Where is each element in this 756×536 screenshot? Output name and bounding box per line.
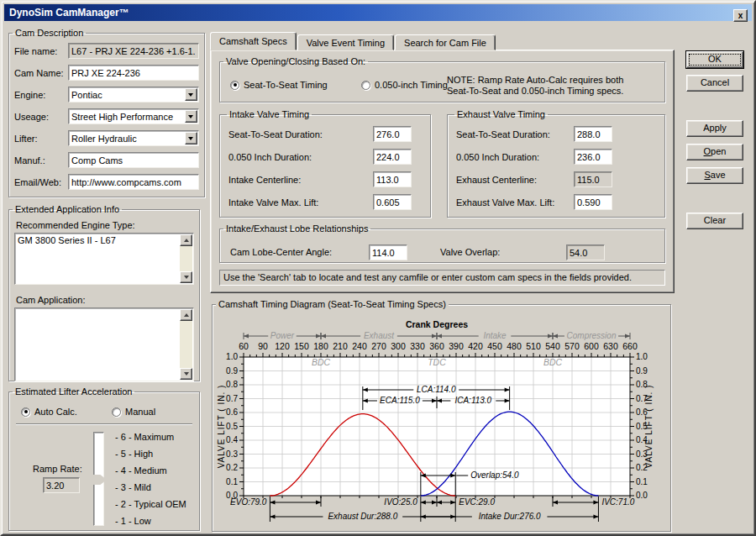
tab-valve-event-timing[interactable]: Valve Event Timing	[297, 34, 394, 50]
extended-info-title: Extended Application Info	[13, 204, 122, 214]
svg-text:0.8: 0.8	[226, 380, 238, 389]
ok-button[interactable]: OK	[686, 51, 743, 68]
scroll-down-icon[interactable]	[180, 271, 192, 283]
svg-text:0.0: 0.0	[636, 491, 648, 500]
exhaust-timing-title: Exhaust Valve Timing	[454, 109, 548, 119]
exhaust-s2s-duration-field[interactable]: 288.0	[574, 126, 612, 142]
cancel-button[interactable]: Cancel	[686, 75, 743, 92]
cam-application-label: Cam Application:	[16, 295, 86, 305]
camshaft-timing-chart: 6090120150180210240270300330360390420450…	[213, 315, 668, 530]
exhaust-max-lift-field[interactable]: 0.590	[574, 194, 612, 210]
scroll-down-icon[interactable]	[180, 368, 192, 380]
tab-search-for-cam-file[interactable]: Search for Cam File	[395, 34, 496, 50]
dynosim-cammanager-dialog: DynoSim CamManager™ x Cam Description Fi…	[0, 0, 756, 536]
timing-diagram-title: Camshaft Timing Diagram (Seat-To-Seat Ti…	[216, 299, 449, 309]
tab-camshaft-specs[interactable]: Camshaft Specs	[210, 32, 297, 50]
exhaust-timing-group: Exhaust Valve Timing Seat-To-Seat Durati…	[447, 109, 665, 218]
svg-text:420: 420	[468, 341, 483, 351]
engine-select[interactable]: Pontiac	[68, 87, 199, 102]
radio-selected-icon[interactable]	[230, 81, 239, 90]
lifter-select[interactable]: Roller Hydraulic	[68, 130, 199, 146]
lifter-dropdown-arrow-icon[interactable]	[185, 132, 197, 145]
ramp-rate-slider-thumb[interactable]	[91, 475, 107, 485]
email-web-label: Email/Web:	[14, 177, 68, 187]
valve-basis-group: Valve Opening/Closing Based On: Seat-To-…	[219, 56, 665, 102]
useage-dropdown-arrow-icon[interactable]	[185, 110, 197, 123]
svg-text:Exhaust: Exhaust	[364, 331, 395, 340]
lifter-label: Lifter:	[14, 134, 68, 144]
svg-text:0.7: 0.7	[226, 394, 238, 403]
ramp-rate-note: NOTE: Ramp Rate Auto-Calc requires both …	[447, 75, 623, 97]
svg-text:270: 270	[371, 341, 386, 351]
svg-text:Overlap:54.0: Overlap:54.0	[470, 470, 519, 480]
ramp-rate-value: 3.20	[43, 477, 80, 493]
cam-name-field[interactable]: PRJ XE 224-236	[68, 65, 199, 81]
svg-text:BDC: BDC	[312, 357, 331, 367]
engine-label: Engine:	[14, 90, 68, 100]
intake-050-duration-field[interactable]: 224.0	[373, 149, 412, 165]
svg-text:120: 120	[275, 341, 290, 351]
engine-dropdown-arrow-icon[interactable]	[185, 88, 197, 101]
auto-calc-radio[interactable]: Auto Calc.	[21, 407, 77, 417]
scrollbar[interactable]	[180, 234, 192, 283]
exhaust-centerline-field: 115.0	[574, 171, 612, 187]
svg-text:360: 360	[429, 341, 444, 351]
svg-text:VALVE LIFT ( IN. ): VALVE LIFT ( IN. )	[217, 385, 226, 469]
svg-text:0.1: 0.1	[226, 477, 238, 486]
useage-select[interactable]: Street High Performance	[68, 108, 199, 124]
tab-bar: Camshaft Specs Valve Event Timing Search…	[210, 34, 496, 50]
seat-to-seat-radio[interactable]: Seat-To-Seat Timing	[230, 80, 328, 90]
recommended-engine-type-textarea[interactable]: GM 3800 Series II - L67	[14, 233, 194, 285]
radio-icon[interactable]	[361, 81, 370, 90]
intake-centerline-field[interactable]: 113.0	[373, 171, 412, 187]
intake-s2s-duration-field[interactable]: 276.0	[373, 126, 412, 142]
window-title: DynoSim CamManager™	[9, 7, 129, 18]
ramp-rate-label: Ramp Rate:	[33, 464, 82, 474]
svg-text:0.5: 0.5	[226, 422, 238, 431]
svg-text:TDC: TDC	[428, 357, 446, 367]
scrollbar[interactable]	[180, 309, 192, 380]
scale-item: - 4 - Medium	[115, 465, 186, 476]
useage-label: Useage:	[14, 112, 68, 122]
manual-radio[interactable]: Manual	[112, 407, 155, 417]
svg-text:540: 540	[545, 341, 560, 351]
manuf-field[interactable]: Comp Cams	[68, 152, 199, 168]
close-icon[interactable]: x	[733, 9, 748, 22]
lca-label: Cam Lobe-Center Angle:	[230, 247, 332, 257]
scroll-up-icon[interactable]	[180, 234, 192, 246]
svg-text:600: 600	[584, 341, 599, 351]
radio-icon[interactable]	[112, 407, 121, 417]
extended-info-group: Extended Application Info Recommended En…	[8, 204, 200, 381]
exhaust-050-duration-field[interactable]: 236.0	[574, 149, 612, 165]
svg-text:0.6: 0.6	[226, 407, 238, 417]
apply-button[interactable]: Apply	[686, 120, 743, 137]
intake-timing-title: Intake Valve Timing	[227, 109, 312, 119]
cam-application-textarea[interactable]	[14, 307, 194, 381]
svg-text:ICA:113.0: ICA:113.0	[454, 396, 491, 405]
inch-timing-radio[interactable]: 0.050-inch Timing	[361, 80, 448, 90]
lobe-title: Intake/Exhaust Lobe Relationships	[223, 223, 370, 234]
save-button[interactable]: Save	[686, 167, 743, 184]
timing-diagram-group: Camshaft Timing Diagram (Seat-To-Seat Ti…	[212, 299, 671, 532]
title-bar[interactable]: DynoSim CamManager™ x	[4, 4, 752, 21]
lca-field[interactable]: 114.0	[369, 244, 407, 260]
svg-text:IVO:25.0: IVO:25.0	[384, 497, 417, 507]
radio-selected-icon[interactable]	[21, 407, 30, 417]
file-name-field: L67 - PRJ XE 224-236 +1.6-1.	[68, 43, 199, 59]
svg-text:0.9: 0.9	[636, 366, 648, 376]
separator	[16, 423, 192, 425]
intake-max-lift-field[interactable]: 0.605	[373, 194, 412, 210]
svg-text:VALVE LIFT ( IN. ): VALVE LIFT ( IN. )	[644, 385, 654, 469]
intake-s2s-duration-label: Seat-To-Seat Duration:	[228, 129, 373, 139]
svg-text:0.2: 0.2	[226, 463, 238, 472]
clear-button[interactable]: Clear	[686, 213, 743, 229]
status-text: Use the 'Search' tab to locate and test …	[219, 270, 665, 286]
scroll-up-icon[interactable]	[180, 309, 192, 321]
scale-item: - 3 - Mild	[115, 482, 186, 492]
email-web-field[interactable]: http://www.compcams.com	[68, 174, 199, 190]
exhaust-s2s-duration-label: Seat-To-Seat Duration:	[456, 129, 574, 139]
svg-text:0.3: 0.3	[226, 449, 238, 459]
open-button[interactable]: Open	[686, 144, 743, 160]
scale-item: - 2 - Typical OEM	[115, 499, 186, 509]
exhaust-max-lift-label: Exhaust Valve Max. Lift:	[456, 197, 574, 208]
